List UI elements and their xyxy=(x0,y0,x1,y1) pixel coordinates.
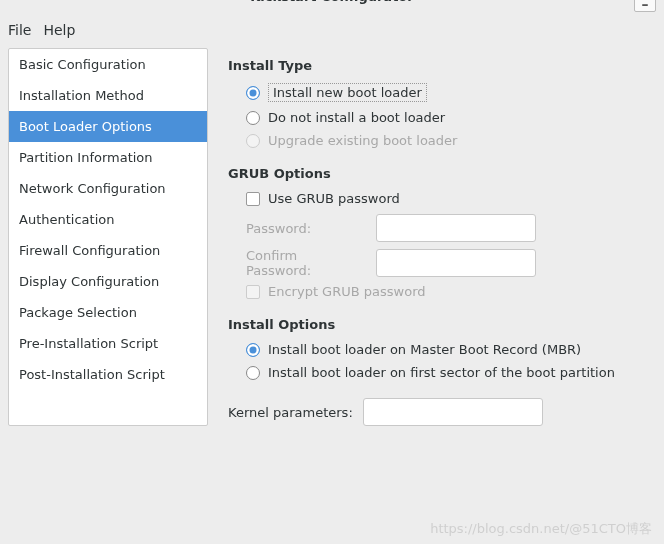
password-row: Password: xyxy=(246,214,656,242)
sidebar-item-install-method[interactable]: Installation Method xyxy=(9,80,207,111)
install-new-label: Install new boot loader xyxy=(268,83,427,102)
watermark: https://blog.csdn.net/@51CTO博客 xyxy=(430,520,652,538)
install-type-new-row[interactable]: Install new boot loader xyxy=(246,83,656,102)
radio-install-none[interactable] xyxy=(246,111,260,125)
minimize-button[interactable]: – xyxy=(634,0,656,12)
sidebar-item-partition[interactable]: Partition Information xyxy=(9,142,207,173)
menubar: File Help xyxy=(0,14,664,48)
sidebar-item-package[interactable]: Package Selection xyxy=(9,297,207,328)
radio-install-new[interactable] xyxy=(246,86,260,100)
menu-help[interactable]: Help xyxy=(43,22,75,38)
kernel-label: Kernel parameters: xyxy=(228,405,353,420)
radio-install-mbr[interactable] xyxy=(246,343,260,357)
install-mbr-label: Install boot loader on Master Boot Recor… xyxy=(268,342,581,357)
confirm-password-row: Confirm Password: xyxy=(246,248,656,278)
sidebar-item-network[interactable]: Network Configuration xyxy=(9,173,207,204)
radio-install-first[interactable] xyxy=(246,366,260,380)
sidebar-item-basic[interactable]: Basic Configuration xyxy=(9,49,207,80)
password-label: Password: xyxy=(246,221,366,236)
kernel-input[interactable] xyxy=(363,398,543,426)
install-upgrade-label: Upgrade existing boot loader xyxy=(268,133,457,148)
install-type-title: Install Type xyxy=(228,58,656,73)
install-first-row[interactable]: Install boot loader on first sector of t… xyxy=(246,365,656,380)
encrypt-grub-label: Encrypt GRUB password xyxy=(268,284,426,299)
install-type-upgrade-row: Upgrade existing boot loader xyxy=(246,133,656,148)
install-first-label: Install boot loader on first sector of t… xyxy=(268,365,615,380)
kernel-row: Kernel parameters: xyxy=(228,398,656,426)
install-none-label: Do not install a boot loader xyxy=(268,110,445,125)
sidebar-item-firewall[interactable]: Firewall Configuration xyxy=(9,235,207,266)
titlebar: Kickstart Configurator – xyxy=(0,0,664,14)
sidebar-item-boot-loader[interactable]: Boot Loader Options xyxy=(9,111,207,142)
confirm-password-label: Confirm Password: xyxy=(246,248,366,278)
install-mbr-row[interactable]: Install boot loader on Master Boot Recor… xyxy=(246,342,656,357)
sidebar-item-auth[interactable]: Authentication xyxy=(9,204,207,235)
grub-options-title: GRUB Options xyxy=(228,166,656,181)
use-grub-password-label: Use GRUB password xyxy=(268,191,400,206)
radio-install-upgrade xyxy=(246,134,260,148)
sidebar-item-display[interactable]: Display Configuration xyxy=(9,266,207,297)
install-options-title: Install Options xyxy=(228,317,656,332)
password-input[interactable] xyxy=(376,214,536,242)
encrypt-grub-row: Encrypt GRUB password xyxy=(246,284,656,299)
use-grub-password-row[interactable]: Use GRUB password xyxy=(246,191,656,206)
install-type-none-row[interactable]: Do not install a boot loader xyxy=(246,110,656,125)
checkbox-use-grub-password[interactable] xyxy=(246,192,260,206)
menu-file[interactable]: File xyxy=(8,22,31,38)
checkbox-encrypt-grub xyxy=(246,285,260,299)
content-pane: Install Type Install new boot loader Do … xyxy=(228,48,656,426)
sidebar-item-preinstall[interactable]: Pre-Installation Script xyxy=(9,328,207,359)
confirm-password-input[interactable] xyxy=(376,249,536,277)
sidebar: Basic Configuration Installation Method … xyxy=(8,48,208,426)
window-title: Kickstart Configurator xyxy=(250,0,413,4)
sidebar-item-postinstall[interactable]: Post-Installation Script xyxy=(9,359,207,390)
